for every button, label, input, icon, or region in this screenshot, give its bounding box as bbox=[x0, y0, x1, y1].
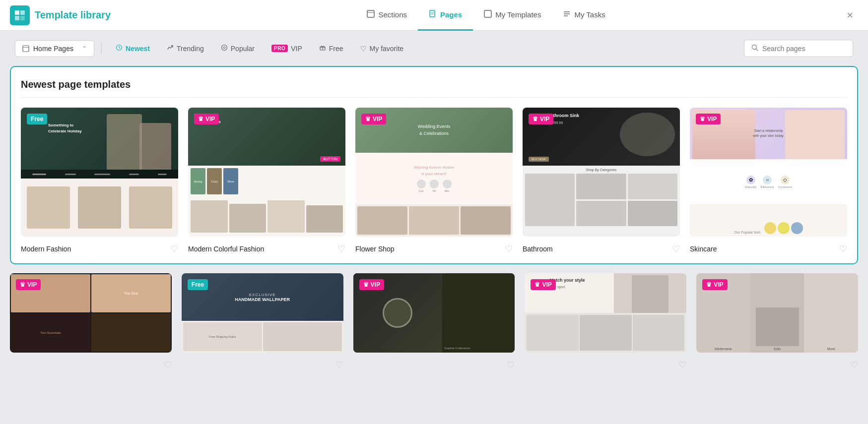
template-card-wallpaper[interactable]: Free EXCLUSIVE HANDMADE WALLPAPER Free S… bbox=[182, 273, 343, 374]
filter-trending[interactable]: Trending bbox=[160, 40, 211, 57]
logo-text: Template library bbox=[35, 9, 111, 21]
chevron-down-icon: ⌃ bbox=[82, 45, 87, 52]
bottom-templates-grid: ♛ VIP The Soul Your Essentials ♡ Free bbox=[10, 273, 858, 374]
crown-icon-fs: ♛ bbox=[365, 116, 371, 122]
template-footer-flower-shop: Flower Shop ♡ bbox=[355, 242, 513, 258]
header: Template library Sections Pages My Templ… bbox=[0, 0, 868, 31]
heart-button-winter-fashion[interactable]: ♡ bbox=[850, 360, 858, 370]
search-box[interactable] bbox=[744, 40, 853, 57]
tab-pages-label: Pages bbox=[440, 10, 462, 19]
heart-button-bathroom[interactable]: ♡ bbox=[672, 243, 680, 254]
gift-icon bbox=[319, 44, 326, 53]
featured-templates-grid: Free Something toCelebrate Holiday bbox=[21, 108, 847, 258]
badge-vip-jewelry: ♛ VIP bbox=[16, 279, 41, 290]
svg-rect-0 bbox=[15, 10, 19, 15]
template-name-skincare: Skincare bbox=[690, 245, 717, 253]
template-card-colorful-fashion[interactable]: ♛ VIP Hit the roadin new brands BUTTON S… bbox=[188, 108, 345, 258]
template-thumb-wallpaper: Free EXCLUSIVE HANDMADE WALLPAPER Free S… bbox=[182, 273, 343, 353]
crown-icon-wf: ♛ bbox=[706, 281, 712, 288]
heart-button-sports[interactable]: ♡ bbox=[678, 360, 686, 370]
crown-icon-j: ♛ bbox=[20, 281, 25, 288]
template-card-modern-fashion[interactable]: Free Something toCelebrate Holiday bbox=[21, 108, 178, 258]
featured-section: Newest page templates Free Something toC… bbox=[10, 66, 858, 264]
badge-free-modern-fashion: Free bbox=[27, 114, 47, 124]
template-name-bathroom: Bathroom bbox=[523, 245, 553, 253]
badge-vip-skincare: ♛ VIP bbox=[696, 114, 721, 124]
filter-bar: Home Pages ⌃ Newest Trending Popular PRO… bbox=[0, 31, 868, 66]
badge-vip-colorful-fashion: ♛ VIP bbox=[194, 114, 219, 124]
badge-vip-bathroom: ♛ VIP bbox=[529, 114, 553, 124]
free-label: Free bbox=[31, 116, 43, 122]
heart-button-modern-fashion[interactable]: ♡ bbox=[170, 243, 178, 254]
badge-vip-sports: ♛ VIP bbox=[531, 279, 555, 290]
template-thumb-watch: ♛ VIP Explore Collections bbox=[353, 273, 515, 353]
category-icon bbox=[22, 45, 29, 52]
heart-button-colorful-fashion[interactable]: ♡ bbox=[337, 243, 345, 254]
tab-pages[interactable]: Pages bbox=[418, 0, 473, 31]
svg-line-22 bbox=[756, 49, 758, 51]
popular-icon bbox=[221, 44, 228, 53]
filter-popular[interactable]: Popular bbox=[214, 40, 262, 57]
sections-icon bbox=[367, 10, 375, 19]
template-thumb-sports: ♛ VIP Match your styleyour sport bbox=[525, 273, 686, 353]
template-thumb-bathroom: ♛ VIP Bathroom Sink$1,299.99 BUY NOW Sho… bbox=[523, 108, 680, 237]
template-card-jewelry[interactable]: ♛ VIP The Soul Your Essentials ♡ bbox=[10, 273, 172, 374]
template-name-modern-fashion: Modern Fashion bbox=[21, 245, 71, 253]
template-footer-winter-fashion: ♡ bbox=[696, 358, 858, 374]
category-dropdown[interactable]: Home Pages ⌃ bbox=[15, 40, 94, 57]
svg-rect-13 bbox=[23, 46, 29, 52]
template-card-sports[interactable]: ♛ VIP Match your styleyour sport bbox=[525, 273, 686, 374]
tab-my-templates-label: My Templates bbox=[495, 10, 541, 19]
filter-favorite[interactable]: ♡ My favorite bbox=[353, 41, 410, 57]
svg-rect-4 bbox=[367, 10, 374, 17]
heart-icon: ♡ bbox=[360, 45, 367, 53]
template-name-colorful-fashion: Modern Colorful Fashion bbox=[188, 245, 264, 253]
template-name-flower-shop: Flower Shop bbox=[355, 245, 395, 253]
free-label-w: Free bbox=[192, 281, 204, 288]
tab-my-tasks[interactable]: My Tasks bbox=[552, 0, 616, 31]
search-icon bbox=[751, 44, 758, 53]
template-card-bathroom[interactable]: ♛ VIP Bathroom Sink$1,299.99 BUY NOW Sho… bbox=[523, 108, 680, 258]
template-footer-watch: ♡ bbox=[353, 358, 515, 374]
template-card-skincare[interactable]: ♛ VIP Start a relationshipwith your skin… bbox=[690, 108, 847, 258]
crown-icon-sp: ♛ bbox=[534, 281, 540, 288]
template-thumb-winter-fashion: ♛ VIP Winterwear Kids More bbox=[696, 273, 858, 353]
section-title: Newest page templates bbox=[21, 79, 847, 98]
filter-free[interactable]: Free bbox=[312, 40, 350, 57]
heart-button-wallpaper[interactable]: ♡ bbox=[335, 360, 343, 370]
template-footer-modern-fashion: Modern Fashion ♡ bbox=[21, 242, 178, 258]
template-card-flower-shop[interactable]: ♛ VIP Wedding Events& Celebrations Wishi… bbox=[355, 108, 513, 258]
template-card-watch[interactable]: ♛ VIP Explore Collections ♡ bbox=[353, 273, 515, 374]
my-tasks-icon bbox=[563, 10, 571, 19]
badge-vip-flower-shop: ♛ VIP bbox=[361, 114, 386, 124]
tab-my-templates[interactable]: My Templates bbox=[473, 0, 552, 31]
tab-sections[interactable]: Sections bbox=[356, 0, 418, 31]
pages-icon bbox=[429, 10, 437, 19]
svg-rect-1 bbox=[20, 10, 25, 15]
my-templates-icon bbox=[484, 10, 492, 19]
template-thumb-colorful-fashion: ♛ VIP Hit the roadin new brands BUTTON S… bbox=[188, 108, 345, 237]
svg-rect-3 bbox=[20, 16, 25, 20]
heart-button-jewelry[interactable]: ♡ bbox=[164, 360, 172, 370]
tab-sections-label: Sections bbox=[378, 10, 407, 19]
filter-vip-label: VIP bbox=[291, 45, 302, 53]
search-input[interactable] bbox=[762, 45, 842, 53]
svg-rect-2 bbox=[15, 16, 19, 20]
template-thumb-modern-fashion: Free Something toCelebrate Holiday bbox=[21, 108, 178, 237]
filter-vip[interactable]: PRO VIP bbox=[265, 41, 309, 57]
close-button[interactable]: × bbox=[842, 6, 858, 24]
crown-icon-w: ♛ bbox=[363, 281, 369, 288]
crown-icon-cf: ♛ bbox=[198, 116, 203, 122]
crown-icon-bath: ♛ bbox=[533, 116, 538, 122]
crown-icon-sk: ♛ bbox=[700, 116, 705, 122]
svg-point-17 bbox=[223, 47, 225, 49]
heart-button-watch[interactable]: ♡ bbox=[507, 360, 515, 370]
heart-button-flower-shop[interactable]: ♡ bbox=[505, 243, 513, 254]
main-content: Newest page templates Free Something toC… bbox=[0, 66, 868, 424]
filter-newest[interactable]: Newest bbox=[109, 40, 157, 57]
template-card-winter-fashion[interactable]: ♛ VIP Winterwear Kids More ♡ bbox=[696, 273, 858, 374]
category-label: Home Pages bbox=[33, 45, 73, 53]
filter-favorite-label: My favorite bbox=[370, 45, 403, 53]
newest-icon bbox=[116, 44, 123, 53]
heart-button-skincare[interactable]: ♡ bbox=[839, 243, 847, 254]
